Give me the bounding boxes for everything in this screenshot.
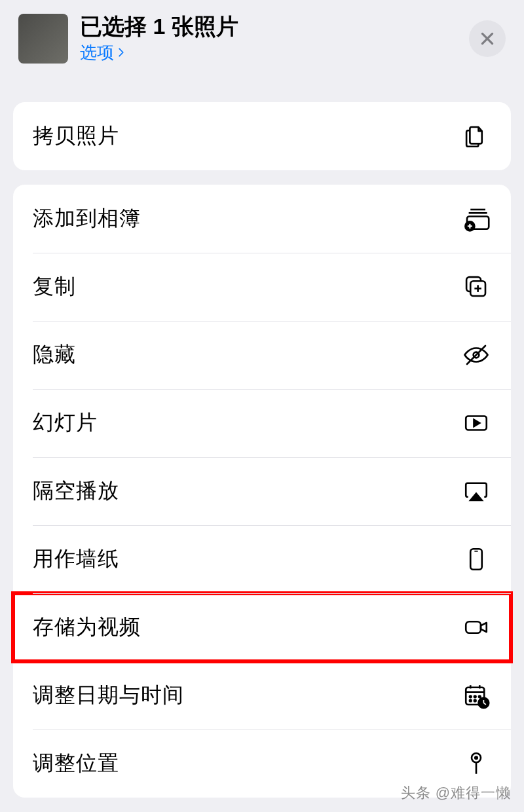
svg-point-23 — [470, 695, 472, 697]
adjust-datetime-row[interactable]: 调整日期与时间 — [13, 661, 511, 729]
copy-photo-label: 拷贝照片 — [33, 122, 461, 151]
add-to-album-label: 添加到相簿 — [33, 204, 461, 233]
svg-point-26 — [470, 700, 472, 702]
adjust-location-label: 调整位置 — [33, 749, 461, 778]
action-group-2: 添加到相簿 复制 — [13, 185, 511, 798]
sheet-title: 已选择 1 张照片 — [80, 13, 469, 40]
svg-rect-18 — [466, 621, 481, 633]
hide-label: 隐藏 — [33, 341, 461, 369]
iphone-icon — [461, 544, 491, 574]
duplicate-icon — [461, 272, 491, 302]
airplay-icon — [461, 476, 491, 506]
play-rect-icon — [461, 408, 491, 438]
svg-point-24 — [474, 695, 476, 697]
hide-row[interactable]: 隐藏 — [13, 321, 511, 389]
video-icon — [461, 612, 491, 642]
svg-marker-15 — [470, 494, 482, 501]
airplay-row[interactable]: 隔空播放 — [13, 457, 511, 525]
chevron-right-icon — [117, 48, 126, 57]
save-as-video-row[interactable]: 存储为视频 — [13, 593, 511, 661]
slideshow-row[interactable]: 幻灯片 — [13, 389, 511, 457]
watermark: 头条 @难得一懒 — [401, 783, 511, 803]
svg-point-27 — [474, 700, 476, 702]
svg-point-32 — [475, 757, 477, 760]
save-as-video-label: 存储为视频 — [33, 613, 461, 642]
album-add-icon — [461, 204, 491, 234]
sheet-header: 已选择 1 张照片 选项 — [0, 0, 524, 76]
calendar-clock-icon — [461, 680, 491, 710]
eye-slash-icon — [461, 340, 491, 370]
copy-icon — [461, 121, 491, 151]
use-as-wallpaper-row[interactable]: 用作墙纸 — [13, 525, 511, 593]
svg-rect-16 — [470, 549, 482, 570]
add-to-album-row[interactable]: 添加到相簿 — [13, 185, 511, 253]
close-icon — [479, 30, 496, 47]
spacer — [0, 76, 524, 102]
svg-point-25 — [479, 695, 481, 697]
close-button[interactable] — [469, 20, 506, 57]
options-link[interactable]: 选项 — [80, 41, 469, 64]
map-pin-icon — [461, 748, 491, 779]
share-sheet: 已选择 1 张照片 选项 拷贝照片 添加到相簿 — [0, 0, 524, 812]
slideshow-label: 幻灯片 — [33, 409, 461, 437]
duplicate-row[interactable]: 复制 — [13, 253, 511, 321]
svg-marker-14 — [474, 420, 480, 427]
copy-photo-row[interactable]: 拷贝照片 — [13, 102, 511, 170]
options-label: 选项 — [80, 41, 114, 64]
adjust-datetime-label: 调整日期与时间 — [33, 681, 461, 710]
header-titles: 已选择 1 张照片 选项 — [80, 13, 469, 64]
action-group-1: 拷贝照片 — [13, 102, 511, 170]
airplay-label: 隔空播放 — [33, 477, 461, 506]
photo-thumbnail[interactable] — [18, 14, 68, 64]
duplicate-label: 复制 — [33, 272, 461, 301]
use-as-wallpaper-label: 用作墙纸 — [33, 545, 461, 574]
